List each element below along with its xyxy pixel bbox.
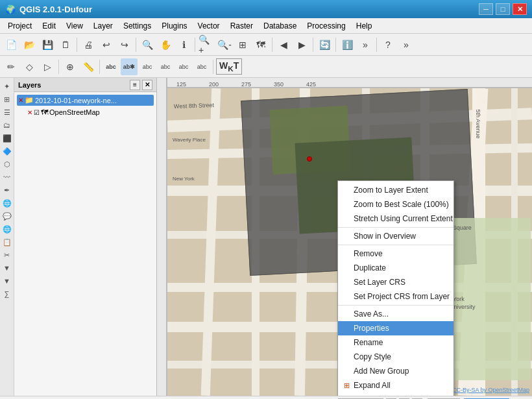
strip-icon-5[interactable]: ⬛ [1,132,13,144]
strip-icon-14[interactable]: ✂ [1,249,13,261]
menu-item-project[interactable]: Project [3,20,37,32]
ruler-top: 125 200 275 350 425 [157,78,532,88]
titlebar-left: 🌍 QGIS 2.0.1-Dufour [5,5,92,14]
strip-icon-10[interactable]: 🌐 [1,197,13,209]
strip-icon-8[interactable]: 〰 [1,171,13,183]
save-project-button[interactable]: 💾 [39,36,56,53]
zoom-forward-button[interactable]: ▶ [293,36,310,53]
more2-button[interactable]: » [398,36,415,53]
layer-row-osm[interactable]: ✕ ☑ 🗺 OpenStreetMap [17,107,154,117]
ctx-rename[interactable]: Rename [338,335,453,350]
strip-icon-1[interactable]: ✦ [1,80,13,92]
tb2-separator-2 [99,60,100,74]
zoom-back-button[interactable]: ◀ [275,36,292,53]
ruler-button[interactable]: 📏 [80,58,97,75]
ctx-expand-all[interactable]: ⊞ Expand All [338,378,453,393]
strip-icon-11[interactable]: 💬 [1,210,13,222]
strip-icon-expand[interactable]: ▼ [1,275,13,287]
menu-item-database[interactable]: Database [258,20,302,32]
label-btn3[interactable]: abc [139,58,156,75]
layers-content: ✕ 📁 2012-10-01-newyork-ne... ✕ ☑ 🗺 OpenS… [14,92,156,396]
help-button[interactable]: ? [380,36,396,53]
print-button[interactable]: 🖨 [80,36,97,53]
ctx-set-layer-crs[interactable]: Set Layer CRS [338,275,453,289]
label-btn5[interactable]: abc [175,58,192,75]
layer-group-row[interactable]: ✕ 📁 2012-10-01-newyork-ne... [17,95,154,106]
strip-icon-15[interactable]: ▼ [1,262,13,274]
refresh-button[interactable]: 🔄 [316,36,333,53]
identify-button[interactable]: ℹ [175,36,192,53]
ctx-duplicate[interactable]: Duplicate [338,261,453,275]
menu-item-settings[interactable]: Settings [118,20,156,32]
label-btn[interactable]: abc [103,58,119,75]
menu-item-layer[interactable]: Layer [88,20,118,32]
group-close-icon[interactable]: ✕ [18,97,23,104]
zoom-out-button[interactable]: 🔍- [216,36,233,53]
maximize-button[interactable]: □ [496,3,510,15]
layers-close-button[interactable]: ✕ [142,80,152,90]
menu-item-view[interactable]: View [61,20,88,32]
search-button[interactable]: 🔍 [139,36,156,53]
ctx-stretch-extent[interactable]: Stretch Using Current Extent [338,212,453,226]
ctx-copy-style[interactable]: Copy Style [338,350,453,364]
node-tool-button[interactable]: ◇ [21,58,38,75]
info-button[interactable]: ℹ️ [339,36,356,53]
ctx-expand-icon: ⊞ [342,381,351,390]
ctx-add-new-group[interactable]: Add New Group [338,364,453,378]
strip-icon-13[interactable]: 📋 [1,236,13,248]
menu-item-processing[interactable]: Processing [302,20,350,32]
menubar: ProjectEditViewLayerSettingsPluginsVecto… [0,18,532,34]
ctx-collapse-all[interactable]: ⊟ Collapse All [338,393,453,396]
strip-icon-4[interactable]: 🗂 [1,119,13,131]
close-button[interactable]: ✕ [513,3,527,15]
menu-item-plugins[interactable]: Plugins [156,20,192,32]
strip-icon-6[interactable]: 🔷 [1,145,13,157]
save-as-button[interactable]: 🗒 [57,36,74,53]
minimize-button[interactable]: ─ [479,3,493,15]
zoom-in-button[interactable]: 🔍+ [198,36,215,53]
menu-item-edit[interactable]: Edit [37,20,61,32]
ctx-show-overview[interactable]: Show in Overview [338,229,453,243]
toolbar-separator-5 [313,38,313,52]
zoom-full-button[interactable]: ⊞ [234,36,251,53]
open-project-button[interactable]: 📂 [21,36,38,53]
zoom-layer-button[interactable]: 🗺 [252,36,269,53]
map-area[interactable]: 125 200 275 350 425 [157,78,532,396]
pan-button[interactable]: ✋ [157,36,174,53]
select-button[interactable]: ▷ [39,58,56,75]
ctx-zoom-layer-extent[interactable]: Zoom to Layer Extent [338,183,453,197]
redo-button[interactable]: ↪ [116,36,133,53]
layers-title: Layers [18,81,41,89]
ctx-properties[interactable]: Properties [338,321,453,335]
label-btn6[interactable]: abc [193,58,210,75]
main-area: ✦ ⊞ ☰ 🗂 ⬛ 🔷 ⬡ 〰 ✒ 🌐 💬 🌐 📋 ✂ ▼ ▼ ∑ Layers… [0,78,532,396]
layers-options-button[interactable]: ≡ [130,80,140,90]
strip-icon-2[interactable]: ⊞ [1,93,13,105]
layer-close-icon[interactable]: ✕ [27,109,32,116]
ctx-sep-2 [338,245,453,245]
menu-item-help[interactable]: Help [351,20,378,32]
strip-icon-12[interactable]: 🌐 [1,223,13,235]
menu-item-raster[interactable]: Raster [225,20,258,32]
strip-icon-7[interactable]: ⬡ [1,158,13,170]
undo-button[interactable]: ↩ [98,36,115,53]
strip-icon-3[interactable]: ☰ [1,106,13,118]
layer-check-icon[interactable]: ☑ [34,109,40,116]
strip-icon-9[interactable]: ✒ [1,184,13,196]
wkt-logo: WKT [216,58,242,75]
ctx-zoom-best-scale[interactable]: Zoom to Best Scale (100%) [338,197,453,212]
strip-icon-sigma[interactable]: ∑ [1,288,13,300]
ctx-remove[interactable]: Remove [338,247,453,261]
new-project-button[interactable]: 📄 [3,36,19,53]
digitize-button[interactable]: ⊕ [62,58,79,75]
label-btn4[interactable]: abc [157,58,174,75]
menu-item-vector[interactable]: Vector [193,20,225,32]
more-button[interactable]: » [357,36,374,53]
toolbar-separator-6 [335,38,336,52]
edit-button[interactable]: ✏ [3,58,19,75]
label-btn2[interactable]: ab✱ [121,58,138,75]
ctx-save-as[interactable]: Save As... [338,307,453,321]
toolbar-separator-3 [195,38,195,52]
ctx-set-project-crs[interactable]: Set Project CRS from Layer [338,289,453,304]
group-icon: 📁 [25,96,34,104]
